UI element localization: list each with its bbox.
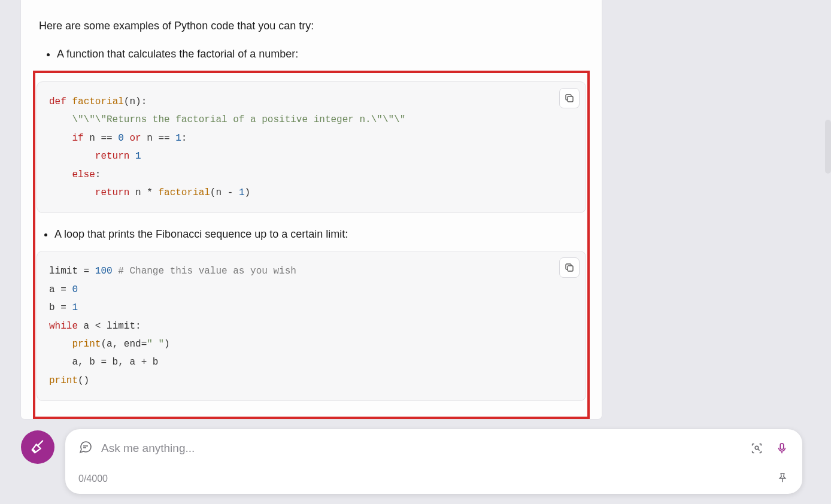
chat-response-area: Here are some examples of Python code th… <box>21 0 602 419</box>
bullet-item-1: A function that calculates the factorial… <box>57 46 584 62</box>
scrollbar[interactable] <box>825 120 831 174</box>
visual-search-button[interactable] <box>750 441 764 456</box>
bullet-list-2: A loop that prints the Fibonacci sequenc… <box>37 226 586 242</box>
svg-rect-0 <box>568 96 573 102</box>
bullet-list: A function that calculates the factorial… <box>39 46 584 62</box>
broom-icon <box>29 439 46 456</box>
svg-rect-5 <box>780 444 784 450</box>
input-box: 0/4000 <box>65 429 802 494</box>
svg-point-4 <box>755 446 759 450</box>
code-block-factorial: def factorial(n): \"\"\"Returns the fact… <box>37 81 586 213</box>
code-block-fibonacci: limit = 100 # Change this value as you w… <box>37 251 586 401</box>
copy-button[interactable] <box>559 88 580 108</box>
input-area: 0/4000 <box>21 429 802 495</box>
docstring: \"\"\"Returns the factorial of a positiv… <box>49 114 405 125</box>
function-name: factorial <box>72 96 123 107</box>
intro-text: Here are some examples of Python code th… <box>39 18 584 34</box>
highlighted-region: def factorial(n): \"\"\"Returns the fact… <box>33 71 590 419</box>
copy-icon <box>564 262 575 273</box>
bullet-item-2: A loop that prints the Fibonacci sequenc… <box>54 226 586 242</box>
microphone-button[interactable] <box>775 441 789 456</box>
copy-button[interactable] <box>559 257 580 278</box>
chat-icon <box>78 440 93 457</box>
svg-rect-1 <box>568 266 573 271</box>
char-counter: 0/4000 <box>78 473 108 484</box>
keyword-def: def <box>49 96 66 107</box>
new-topic-button[interactable] <box>21 430 54 464</box>
pin-button[interactable] <box>776 471 789 487</box>
copy-icon <box>564 93 575 104</box>
code-comment: # Change this value as you wish <box>113 266 296 277</box>
chat-input[interactable] <box>101 442 741 455</box>
